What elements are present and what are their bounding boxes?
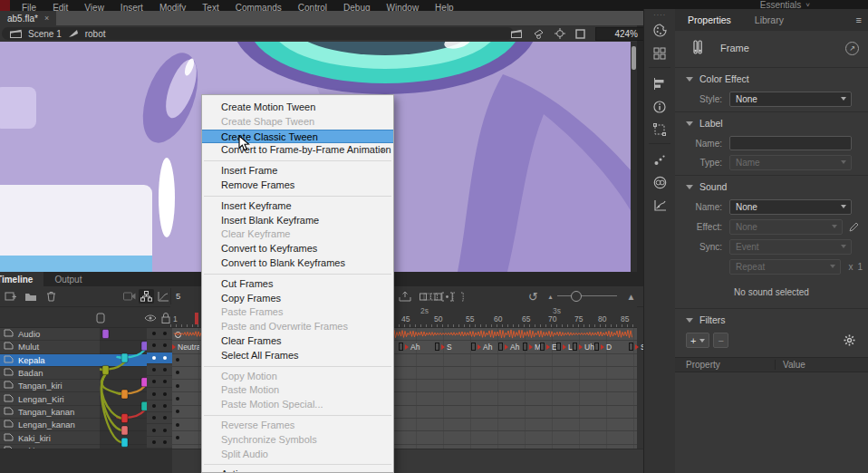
lock-dot-icon[interactable] (163, 343, 167, 347)
parenting-cell[interactable] (100, 431, 147, 444)
timeline-zoom-knob[interactable] (571, 291, 582, 302)
visibility-dot-icon[interactable] (152, 332, 156, 335)
layer-tangan-kanan[interactable]: Tangan_kanan (0, 406, 100, 419)
lock-dot-icon[interactable] (163, 416, 167, 420)
context-menu-item-insert-frame[interactable]: Insert Frame (202, 164, 393, 179)
context-menu-item-clear-frames[interactable]: Clear Frames (202, 334, 393, 349)
frame-label-name-input[interactable] (729, 136, 852, 150)
brush-library-panel-icon[interactable] (648, 150, 671, 170)
help-arrow-icon[interactable]: ↗ (845, 42, 859, 55)
remove-filter-button[interactable]: − (713, 333, 728, 348)
center-stage-icon[interactable] (533, 29, 545, 39)
zoom-out-triangle-icon[interactable]: ▴ (543, 289, 558, 304)
mouth-keyframe-ah[interactable]: Ah (471, 341, 492, 352)
visibility-dot-icon[interactable] (152, 343, 156, 347)
zoom-level-value[interactable]: 424% (595, 27, 644, 41)
menu-insert[interactable]: Insert (112, 0, 151, 11)
mouth-keyframe-l[interactable]: L (556, 341, 573, 352)
menu-debug[interactable]: Debug (335, 0, 378, 11)
menu-edit[interactable]: Edit (44, 0, 76, 11)
parenting-cell[interactable] (100, 380, 147, 392)
lock-dot-icon[interactable] (163, 380, 167, 383)
delete-layer-button[interactable] (43, 289, 59, 304)
parenting-cell[interactable] (100, 354, 147, 367)
dock-grip-icon[interactable]: ∙∙∙∙ (653, 11, 666, 18)
lock-dot-icon[interactable] (163, 404, 167, 408)
mouth-keyframe-neutral[interactable]: Neutral (172, 341, 199, 352)
mouth-keyframe-ah[interactable]: Ah (399, 341, 420, 352)
export-frames-button[interactable] (397, 289, 412, 304)
lock-dot-icon[interactable] (163, 440, 167, 444)
layer-lengan-kanan[interactable]: Lengan_kanan (0, 419, 100, 431)
lock-dot-icon[interactable] (163, 356, 167, 360)
transform-panel-icon[interactable] (648, 119, 671, 140)
visibility-dot-icon[interactable] (152, 416, 156, 420)
context-menu-item-create-motion-tween[interactable]: Create Motion Tween (202, 101, 393, 115)
document-tab[interactable]: ab5.fla* × (0, 11, 56, 25)
playhead-marker[interactable] (195, 313, 198, 324)
zoom-in-triangles-icon[interactable]: ▲ (623, 289, 639, 304)
swatches-panel-icon[interactable] (648, 43, 671, 63)
visibility-dot-icon[interactable] (152, 356, 156, 360)
context-menu-item-insert-blank-keyframe[interactable]: Insert Blank Keyframe (202, 214, 393, 228)
section-color-effect[interactable]: Color Effect (675, 67, 868, 87)
mouth-keyframe-s[interactable]: S (629, 341, 643, 352)
layer-mulut[interactable]: Mulut (0, 341, 100, 353)
motion-presets-panel-icon[interactable] (648, 195, 671, 216)
breadcrumb-scene[interactable]: Scene 1 (28, 29, 62, 39)
context-menu-item-create-classic-tween[interactable]: Create Classic Tween (202, 130, 393, 144)
style-dropdown[interactable]: None (729, 92, 852, 107)
timeline-zoom-slider[interactable] (557, 295, 617, 296)
layer-kepala[interactable]: Kepala (0, 354, 100, 367)
context-menu-item-convert-to-blank-keyframes[interactable]: Convert to Blank Keyframes (202, 256, 393, 271)
tab-timeline[interactable]: Timeline (0, 272, 43, 286)
layer-visibility-lock-toggles[interactable] (147, 340, 172, 352)
mouth-keyframe-uh[interactable]: Uh (573, 341, 594, 352)
breadcrumb-symbol[interactable]: robot (85, 29, 106, 39)
layer-visibility-lock-toggles[interactable] (147, 364, 172, 376)
menu-help[interactable]: Help (427, 0, 462, 11)
new-folder-button[interactable] (23, 289, 38, 304)
edit-envelope-pencil-icon[interactable] (846, 220, 861, 234)
menu-text[interactable]: Text (194, 0, 227, 11)
layer-badan[interactable]: Badan (0, 367, 100, 380)
visibility-dot-icon[interactable] (152, 440, 156, 444)
parenting-view-button[interactable] (139, 289, 154, 304)
visibility-dot-icon[interactable] (152, 404, 156, 408)
visibility-dot-icon[interactable] (152, 392, 156, 396)
stage-outline-icon[interactable] (575, 29, 585, 39)
workspace-switcher[interactable]: Essentials ˅ (760, 2, 868, 9)
layer-audio[interactable]: Audio (0, 328, 100, 341)
section-filters[interactable]: Filters (675, 308, 868, 328)
menu-control[interactable]: Control (290, 0, 335, 11)
visibility-dot-icon[interactable] (152, 429, 156, 432)
context-menu-item-select-all-frames[interactable]: Select All Frames (202, 349, 393, 363)
clip-icon[interactable] (511, 29, 523, 38)
layer-tangan-kiri[interactable]: Tangan_kiri (0, 380, 100, 392)
context-menu-item-actions[interactable]: Actions (202, 468, 393, 473)
stage-scrollbar-thumb[interactable] (632, 46, 636, 70)
menu-view[interactable]: View (76, 0, 112, 11)
mouth-keyframe-s[interactable]: S (435, 341, 452, 352)
align-panel-icon[interactable] (648, 73, 671, 94)
lock-dot-icon[interactable] (163, 368, 167, 372)
layer-lengan-kiri[interactable]: Lengan_Kiri (0, 392, 100, 405)
lock-dot-icon[interactable] (163, 429, 167, 432)
parenting-cell[interactable] (100, 419, 147, 431)
layer-visibility-lock-toggles[interactable] (147, 376, 172, 388)
menu-commands[interactable]: Commands (227, 0, 290, 11)
parenting-cell[interactable] (100, 328, 147, 341)
section-label[interactable]: Label (675, 111, 868, 131)
info-panel-icon[interactable] (648, 96, 671, 117)
filter-options-button[interactable] (844, 334, 859, 346)
context-menu-item-cut-frames[interactable]: Cut Frames (202, 277, 393, 292)
layer-visibility-lock-toggles[interactable] (147, 388, 172, 400)
context-menu-item-insert-keyframe[interactable]: Insert Keyframe (202, 199, 393, 214)
color-panel-icon[interactable] (648, 20, 671, 41)
graph-editor-button[interactable] (156, 289, 171, 304)
menu-modify[interactable]: Modify (151, 0, 194, 11)
crosshair-icon[interactable] (555, 28, 565, 39)
menu-window[interactable]: Window (379, 0, 428, 11)
parenting-cell[interactable] (100, 406, 147, 419)
parenting-cell[interactable] (100, 392, 147, 405)
